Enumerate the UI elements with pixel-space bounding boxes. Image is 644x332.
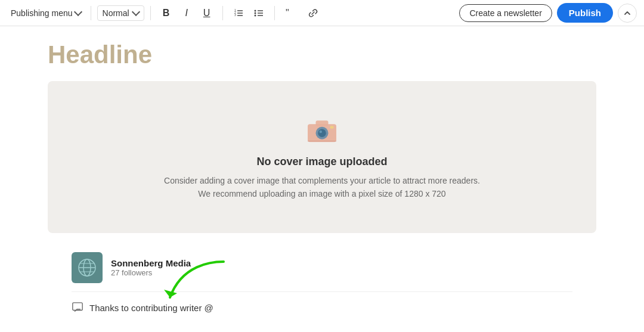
svg-point-6 bbox=[254, 10, 256, 11]
link-icon bbox=[308, 8, 318, 18]
cover-image-title: No cover image uploaded bbox=[256, 156, 387, 168]
contributing-writer-row: Thanks to contributing writer @ bbox=[72, 302, 572, 314]
publish-button[interactable]: Publish bbox=[557, 3, 613, 23]
svg-text:3: 3 bbox=[234, 13, 236, 17]
contributing-writer-text: Thanks to contributing writer @ bbox=[89, 303, 213, 313]
divider-3 bbox=[222, 6, 223, 20]
underline-button[interactable]: U bbox=[197, 4, 216, 23]
unordered-list-button[interactable] bbox=[249, 4, 268, 23]
author-avatar bbox=[72, 252, 103, 283]
toolbar: Publishing menu Normal B I U 1 2 3 bbox=[0, 0, 644, 26]
ordered-list-button[interactable]: 1 2 3 bbox=[229, 4, 248, 23]
unordered-list-icon bbox=[253, 8, 264, 18]
bold-button[interactable]: B bbox=[157, 4, 176, 23]
link-button[interactable] bbox=[304, 4, 323, 23]
headline-placeholder[interactable]: Headline bbox=[48, 41, 596, 69]
bold-icon: B bbox=[163, 8, 170, 18]
author-followers: 27 followers bbox=[111, 268, 191, 277]
divider-2 bbox=[150, 6, 151, 20]
author-name: Sonnenberg Media bbox=[111, 258, 191, 268]
cover-image-desc: Consider adding a cover image that compl… bbox=[164, 174, 480, 201]
create-newsletter-button[interactable]: Create a newsletter bbox=[459, 4, 552, 22]
collapse-button[interactable] bbox=[618, 4, 637, 23]
divider-1 bbox=[91, 6, 91, 20]
svg-rect-18 bbox=[330, 126, 334, 129]
content-area: Headline No cover image uploaded bbox=[0, 26, 644, 328]
svg-point-7 bbox=[254, 12, 256, 14]
quote-button[interactable]: " bbox=[281, 4, 300, 23]
publishing-menu-label: Publishing menu bbox=[11, 8, 73, 18]
svg-rect-14 bbox=[316, 120, 329, 126]
chevron-down-icon bbox=[73, 8, 82, 16]
author-info: Sonnenberg Media 27 followers bbox=[111, 258, 191, 277]
text-style-select[interactable]: Normal bbox=[97, 5, 144, 21]
camera-icon bbox=[304, 114, 340, 146]
format-group: B I U bbox=[157, 4, 216, 23]
svg-point-17 bbox=[320, 130, 323, 133]
italic-icon: I bbox=[185, 8, 187, 18]
text-style-label: Normal bbox=[103, 8, 129, 18]
author-section: Sonnenberg Media 27 followers bbox=[72, 252, 572, 292]
svg-point-8 bbox=[254, 14, 256, 16]
quote-icon: " bbox=[285, 8, 296, 18]
style-chevron-icon bbox=[132, 8, 140, 16]
comment-icon bbox=[72, 302, 83, 314]
toolbar-right: Create a newsletter Publish bbox=[459, 3, 637, 23]
publishing-menu-button[interactable]: Publishing menu bbox=[7, 6, 85, 20]
divider-4 bbox=[274, 6, 275, 20]
ordered-list-icon: 1 2 3 bbox=[233, 8, 244, 18]
list-format-group: 1 2 3 bbox=[229, 4, 268, 23]
chevron-up-icon bbox=[624, 10, 631, 17]
cover-image-area[interactable]: No cover image uploaded Consider adding … bbox=[48, 81, 596, 233]
underline-icon: U bbox=[203, 8, 210, 18]
italic-button[interactable]: I bbox=[177, 4, 196, 23]
svg-point-16 bbox=[318, 129, 326, 137]
svg-text:": " bbox=[286, 8, 289, 18]
